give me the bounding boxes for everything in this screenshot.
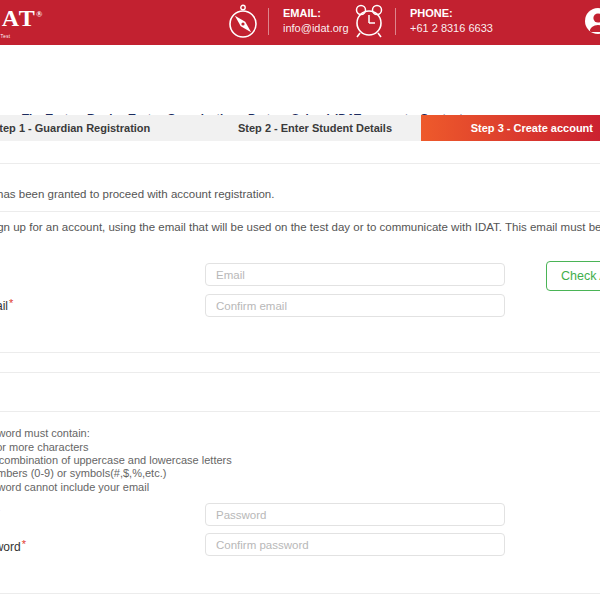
email-value[interactable]: info@idat.org <box>283 22 349 34</box>
page: IDAT® Admissions Test EMAIL: info@idat.o… <box>0 0 600 600</box>
granted-notice-text: has been granted to proceed with account… <box>0 188 274 200</box>
divider <box>0 411 600 412</box>
password-rule: A combination of uppercase and lowercase… <box>0 454 232 466</box>
step-3-label[interactable]: Step 3 - Create account <box>421 115 593 141</box>
confirm-email-input[interactable] <box>205 294 505 317</box>
password-input[interactable] <box>205 503 505 526</box>
password-rule: Password cannot include your email <box>0 481 149 493</box>
main-nav: The Test Book a Test Organization Partne… <box>0 45 600 115</box>
step-1-tab[interactable]: Step 1 - Guardian Registration <box>0 115 150 141</box>
divider <box>0 372 600 373</box>
alarm-clock-icon <box>352 3 386 41</box>
signup-instructions-text: Sign up for an account, using the email … <box>0 221 600 233</box>
step-2-tab[interactable]: Step 2 - Enter Student Details <box>238 115 392 141</box>
label-text: Confirm email <box>0 299 8 313</box>
divider <box>0 593 600 594</box>
divider <box>0 352 600 353</box>
header-divider <box>395 8 396 35</box>
divider <box>0 211 600 212</box>
email-input[interactable] <box>205 263 505 286</box>
confirm-password-input[interactable] <box>205 533 505 556</box>
confirm-password-label: Confirm password* <box>0 538 26 554</box>
logo-tagline: Admissions Test <box>0 34 10 39</box>
header-divider <box>268 8 269 35</box>
password-rule: Numbers (0-9) or symbols(#,$,%,etc.) <box>0 467 166 479</box>
confirm-email-label: Confirm email* <box>0 297 13 313</box>
required-asterisk: * <box>22 538 26 550</box>
phone-label: PHONE: <box>410 7 453 19</box>
label-text: Confirm password <box>0 540 21 554</box>
password-rule: 8 or more characters <box>0 441 88 453</box>
compass-icon <box>227 4 259 40</box>
user-avatar-icon[interactable] <box>584 7 600 35</box>
required-asterisk: * <box>9 297 13 309</box>
step-progress-bar: Step 1 - Guardian Registration Step 2 - … <box>0 115 600 141</box>
check-availability-button[interactable]: Check Availability <box>546 261 600 291</box>
phone-value[interactable]: +61 2 8316 6633 <box>410 22 493 34</box>
password-rules-title: Password must contain: <box>0 427 90 439</box>
logo[interactable]: IDAT® <box>0 5 42 32</box>
email-label: EMAIL: <box>283 7 321 19</box>
divider <box>0 163 600 164</box>
logo-registered-mark: ® <box>36 10 42 19</box>
top-header-bar: IDAT® Admissions Test EMAIL: info@idat.o… <box>0 0 600 45</box>
logo-text: IDAT <box>0 5 36 31</box>
